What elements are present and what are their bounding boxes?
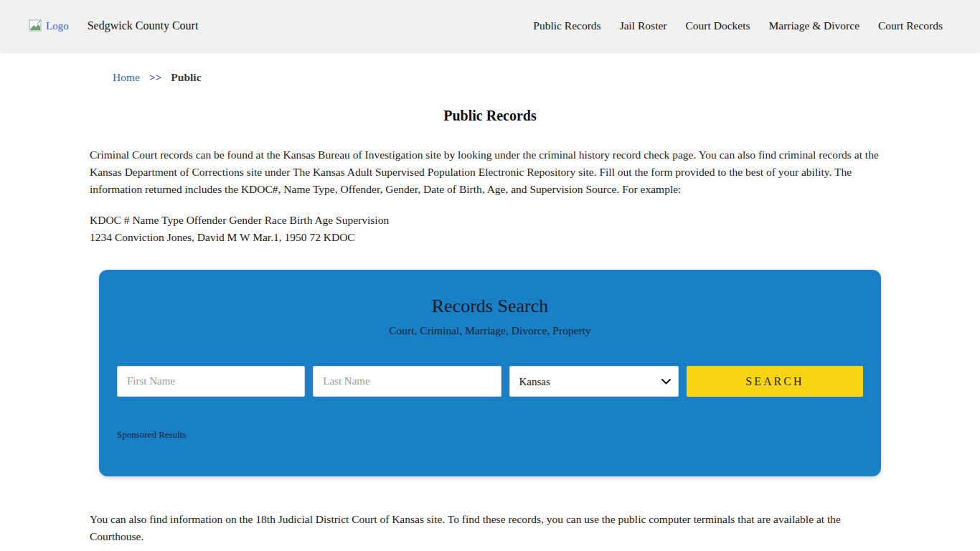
main-content: Criminal Court records can be found at t… (90, 146, 890, 551)
state-select[interactable]: Kansas (510, 367, 678, 396)
broken-image-icon (29, 19, 44, 33)
site-header: Logo Sedgwick County Court Public Record… (0, 0, 980, 52)
example-block: KDOC # Name Type Offender Gender Race Bi… (90, 212, 890, 246)
courthouse-paragraph: You can also find information on the 18t… (90, 511, 890, 545)
nav-item-court-dockets[interactable]: Court Dockets (686, 19, 750, 32)
site-logo[interactable]: Logo (29, 19, 69, 33)
example-record-line: 1234 Conviction Jones, David M W Mar.1, … (90, 231, 355, 243)
site-title: Sedgwick County Court (88, 19, 199, 32)
logo-alt-text: Logo (46, 20, 69, 32)
intro-paragraph: Criminal Court records can be found at t… (90, 146, 890, 198)
page-title: Public Records (0, 108, 980, 124)
example-header-line: KDOC # Name Type Offender Gender Race Bi… (90, 214, 389, 226)
search-form: Kansas SEARCH (117, 366, 863, 397)
nav-item-court-records[interactable]: Court Records (878, 19, 943, 32)
last-name-input[interactable] (313, 366, 501, 397)
records-search-card: Records Search Court, Criminal, Marriage… (99, 270, 881, 476)
state-select-wrap[interactable]: Kansas (509, 366, 679, 397)
nav-item-public-records[interactable]: Public Records (533, 19, 600, 32)
search-button[interactable]: SEARCH (687, 366, 863, 397)
breadcrumb-separator: >> (149, 71, 162, 83)
breadcrumb-current: Public (171, 71, 201, 83)
records-search-subtitle: Court, Criminal, Marriage, Divorce, Prop… (117, 324, 863, 338)
main-nav: Public Records Jail Roster Court Dockets… (533, 19, 943, 32)
breadcrumb-home-link[interactable]: Home (113, 71, 140, 83)
breadcrumb: Home >> Public (113, 71, 980, 84)
nav-item-marriage-divorce[interactable]: Marriage & Divorce (768, 19, 859, 32)
records-search-title: Records Search (117, 296, 863, 317)
first-name-input[interactable] (117, 366, 305, 397)
sponsored-results-label: Sponsored Results (117, 429, 863, 441)
nav-item-jail-roster[interactable]: Jail Roster (620, 19, 667, 32)
